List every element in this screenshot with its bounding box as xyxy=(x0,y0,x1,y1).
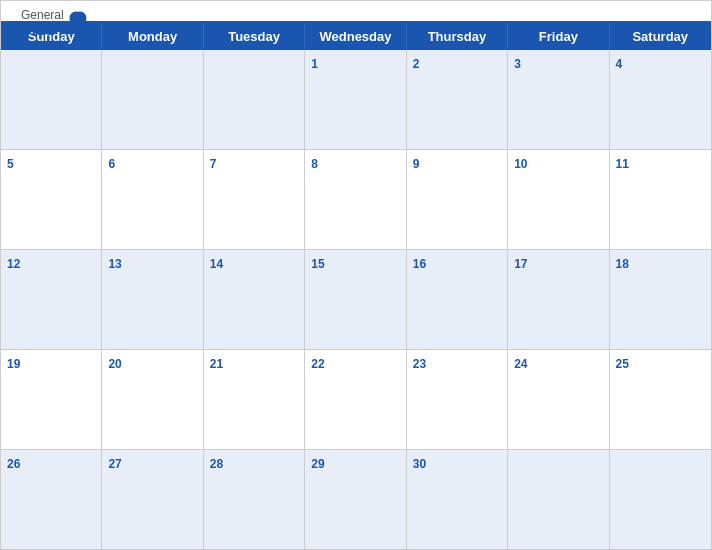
day-number: 27 xyxy=(108,457,121,471)
day-cell-28: 28 xyxy=(204,450,305,549)
day-cell-6: 6 xyxy=(102,150,203,249)
day-cell-11: 11 xyxy=(610,150,711,249)
day-number: 20 xyxy=(108,357,121,371)
day-number: 26 xyxy=(7,457,20,471)
weeks-container: 1234567891011121314151617181920212223242… xyxy=(1,50,711,549)
day-number: 11 xyxy=(616,157,629,171)
day-cell-3: 3 xyxy=(508,50,609,149)
day-cell-14: 14 xyxy=(204,250,305,349)
logo: General Blue xyxy=(21,9,89,39)
day-number: 1 xyxy=(311,57,318,71)
logo-bird-icon xyxy=(67,10,89,38)
week-row-4: 19202122232425 xyxy=(1,350,711,450)
calendar-header: General Blue xyxy=(1,1,711,21)
day-number: 23 xyxy=(413,357,426,371)
day-cell-18: 18 xyxy=(610,250,711,349)
day-number: 25 xyxy=(616,357,629,371)
day-cell-5: 5 xyxy=(1,150,102,249)
day-number: 24 xyxy=(514,357,527,371)
day-header-wednesday: Wednesday xyxy=(305,23,406,50)
day-number: 17 xyxy=(514,257,527,271)
day-cell-19: 19 xyxy=(1,350,102,449)
day-header-friday: Friday xyxy=(508,23,609,50)
day-cell-26: 26 xyxy=(1,450,102,549)
week-row-5: 2627282930 xyxy=(1,450,711,549)
day-number: 7 xyxy=(210,157,217,171)
day-number: 19 xyxy=(7,357,20,371)
week-row-1: 1234 xyxy=(1,50,711,150)
day-number: 9 xyxy=(413,157,420,171)
day-number: 8 xyxy=(311,157,318,171)
day-number: 28 xyxy=(210,457,223,471)
day-cell-27: 27 xyxy=(102,450,203,549)
day-cell-30: 30 xyxy=(407,450,508,549)
day-number: 13 xyxy=(108,257,121,271)
day-number: 15 xyxy=(311,257,324,271)
calendar-container: General Blue SundayMondayTuesdayWednesda… xyxy=(0,0,712,550)
week-row-3: 12131415161718 xyxy=(1,250,711,350)
day-cell-9: 9 xyxy=(407,150,508,249)
empty-cell xyxy=(1,50,102,149)
day-number: 30 xyxy=(413,457,426,471)
day-cell-1: 1 xyxy=(305,50,406,149)
empty-cell xyxy=(102,50,203,149)
day-cell-2: 2 xyxy=(407,50,508,149)
day-number: 4 xyxy=(616,57,623,71)
day-number: 12 xyxy=(7,257,20,271)
day-headers: SundayMondayTuesdayWednesdayThursdayFrid… xyxy=(1,23,711,50)
day-number: 6 xyxy=(108,157,115,171)
day-header-monday: Monday xyxy=(102,23,203,50)
day-cell-21: 21 xyxy=(204,350,305,449)
day-cell-4: 4 xyxy=(610,50,711,149)
empty-cell xyxy=(204,50,305,149)
day-cell-25: 25 xyxy=(610,350,711,449)
day-cell-20: 20 xyxy=(102,350,203,449)
day-cell-12: 12 xyxy=(1,250,102,349)
day-cell-16: 16 xyxy=(407,250,508,349)
day-number: 21 xyxy=(210,357,223,371)
day-cell-29: 29 xyxy=(305,450,406,549)
day-header-saturday: Saturday xyxy=(610,23,711,50)
day-number: 5 xyxy=(7,157,14,171)
logo-blue-text: Blue xyxy=(21,22,64,39)
calendar-grid: SundayMondayTuesdayWednesdayThursdayFrid… xyxy=(1,21,711,549)
day-number: 22 xyxy=(311,357,324,371)
day-number: 2 xyxy=(413,57,420,71)
day-cell-8: 8 xyxy=(305,150,406,249)
day-number: 16 xyxy=(413,257,426,271)
day-cell-24: 24 xyxy=(508,350,609,449)
empty-cell xyxy=(508,450,609,549)
week-row-2: 567891011 xyxy=(1,150,711,250)
day-number: 10 xyxy=(514,157,527,171)
empty-cell xyxy=(610,450,711,549)
day-header-tuesday: Tuesday xyxy=(204,23,305,50)
day-number: 18 xyxy=(616,257,629,271)
day-number: 29 xyxy=(311,457,324,471)
day-number: 14 xyxy=(210,257,223,271)
day-cell-10: 10 xyxy=(508,150,609,249)
day-cell-17: 17 xyxy=(508,250,609,349)
day-header-thursday: Thursday xyxy=(407,23,508,50)
day-cell-22: 22 xyxy=(305,350,406,449)
day-cell-15: 15 xyxy=(305,250,406,349)
day-number: 3 xyxy=(514,57,521,71)
day-cell-23: 23 xyxy=(407,350,508,449)
day-cell-13: 13 xyxy=(102,250,203,349)
day-cell-7: 7 xyxy=(204,150,305,249)
